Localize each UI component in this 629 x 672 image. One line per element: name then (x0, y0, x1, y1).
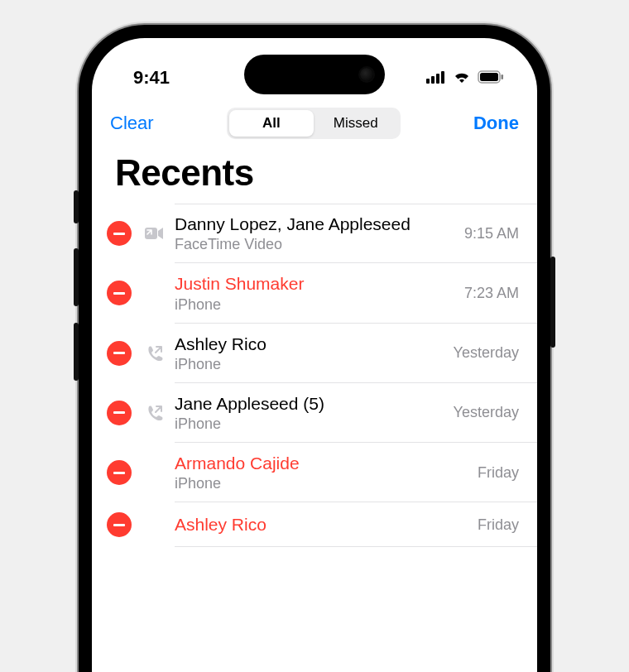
clear-button[interactable]: Clear (110, 113, 154, 134)
call-row[interactable]: Ashley RicoFriday (92, 502, 537, 547)
svg-rect-6 (502, 74, 504, 79)
call-time: Friday (478, 464, 519, 482)
svg-rect-5 (480, 73, 498, 81)
phone-frame: 9:41 Clear All Missed Done Recents (79, 25, 550, 672)
caller-name: Armando Cajide (175, 453, 469, 474)
call-info: Ashley RicoiPhone (175, 334, 445, 373)
delete-icon[interactable] (107, 512, 132, 537)
battery-icon (478, 67, 504, 89)
call-info: Danny Lopez, Jane AppleseedFaceTime Vide… (175, 214, 456, 253)
call-row[interactable]: Jane Appleseed (5)iPhoneYesterday (92, 383, 537, 443)
segment-all[interactable]: All (229, 110, 314, 137)
call-info: Jane Appleseed (5)iPhone (175, 393, 445, 433)
call-subtitle: iPhone (175, 296, 456, 314)
call-time: 9:15 AM (464, 225, 519, 242)
call-row[interactable]: Justin ShumakeriPhone7:23 AM (92, 263, 537, 323)
call-info: Armando CajideiPhone (175, 453, 469, 492)
call-subtitle: FaceTime Video (175, 236, 456, 253)
caller-name: Ashley Rico (175, 334, 445, 355)
call-row[interactable]: Ashley RicoiPhoneYesterday (92, 324, 537, 383)
svg-rect-3 (441, 71, 444, 84)
caller-name: Danny Lopez, Jane Appleseed (175, 214, 456, 235)
call-info: Justin ShumakeriPhone (175, 273, 456, 313)
delete-icon[interactable] (107, 221, 132, 246)
call-info: Ashley Rico (175, 514, 469, 535)
delete-icon[interactable] (107, 281, 132, 305)
svg-rect-0 (426, 79, 430, 84)
call-row[interactable]: Armando CajideiPhoneFriday (92, 443, 537, 502)
call-time: Yesterday (454, 404, 519, 421)
delete-icon[interactable] (107, 341, 132, 366)
call-time: 7:23 AM (464, 285, 519, 302)
delete-icon[interactable] (107, 401, 132, 425)
cellular-icon (426, 67, 446, 89)
delete-icon[interactable] (107, 460, 132, 485)
call-type-icon (140, 512, 168, 537)
wifi-icon (453, 67, 471, 89)
call-subtitle: iPhone (175, 415, 445, 433)
call-type-icon (140, 281, 168, 305)
screen: 9:41 Clear All Missed Done Recents (92, 38, 537, 672)
call-subtitle: iPhone (175, 356, 445, 373)
call-row[interactable]: Danny Lopez, Jane AppleseedFaceTime Vide… (92, 204, 537, 263)
caller-name: Ashley Rico (175, 514, 469, 535)
call-subtitle: iPhone (175, 475, 469, 492)
caller-name: Justin Shumaker (175, 273, 456, 295)
call-type-icon (140, 221, 168, 246)
call-type-icon (140, 341, 168, 366)
dynamic-island (244, 55, 385, 94)
call-type-icon (140, 460, 168, 485)
done-button[interactable]: Done (473, 113, 519, 134)
recents-list: Danny Lopez, Jane AppleseedFaceTime Vide… (92, 204, 537, 547)
call-time: Friday (478, 516, 519, 534)
svg-rect-2 (436, 74, 439, 84)
call-time: Yesterday (454, 344, 519, 362)
svg-rect-1 (431, 76, 435, 84)
filter-segmented-control[interactable]: All Missed (227, 108, 401, 139)
status-time: 9:41 (133, 67, 170, 89)
caller-name: Jane Appleseed (5) (175, 393, 445, 415)
page-title: Recents (92, 147, 537, 204)
segment-missed[interactable]: Missed (314, 110, 398, 137)
call-type-icon (140, 401, 168, 425)
nav-bar: Clear All Missed Done (92, 98, 537, 147)
